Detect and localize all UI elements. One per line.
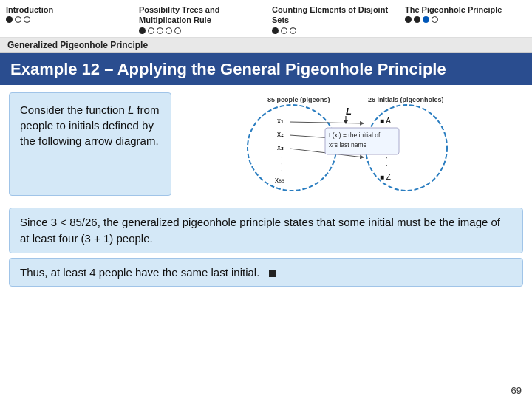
dot-3	[423, 16, 429, 23]
nav-dots-counting	[272, 27, 393, 34]
svg-text:■ Z: ■ Z	[380, 173, 391, 181]
svg-text:x₂: x₂	[277, 130, 284, 138]
svg-point-0	[248, 105, 336, 191]
nav-dots-possibility	[139, 27, 260, 34]
main-title: Example 12 – Applying the General Pigeon…	[0, 53, 532, 86]
page-number-text: 69	[511, 385, 522, 396]
dot-1	[139, 27, 146, 34]
page-number: 69	[511, 385, 522, 396]
dot-2	[148, 27, 154, 34]
arrow-diagram: 85 people (pigeons) 26 initials (pigeonh…	[236, 92, 466, 196]
main-title-text: Example 12 – Applying the General Pigeon…	[10, 60, 446, 78]
svg-text:·: ·	[386, 161, 388, 169]
svg-text:·: ·	[281, 166, 283, 174]
dot-1	[405, 16, 412, 23]
sub-header: Generalized Pigeonhole Principle	[0, 38, 532, 53]
dot-2	[281, 27, 287, 34]
svg-text:x₈₅: x₈₅	[275, 176, 284, 184]
dot-1	[272, 27, 279, 34]
svg-marker-6	[344, 120, 348, 124]
nav-title-possibility: Possibility Trees and Multiplication Rul…	[139, 4, 260, 26]
dot-3	[290, 27, 296, 34]
svg-text:x₁: x₁	[277, 117, 284, 125]
thus-box: Thus, at least 4 people have the same la…	[9, 258, 523, 287]
dot-4	[432, 16, 438, 23]
dot-1	[6, 16, 13, 23]
nav-dots-introduction	[6, 16, 127, 23]
diagram-area: 85 people (pigeons) 26 initials (pigeonh…	[179, 92, 523, 196]
svg-text:xᵢ's last name: xᵢ's last name	[329, 141, 367, 149]
nav-title-counting: Counting Elements of Disjoint Sets	[272, 4, 393, 26]
left-box-text: Consider the function L from people to i…	[20, 103, 159, 147]
nav-title-pigeonhole: The Pigeonhole Principle	[405, 4, 526, 15]
dot-5	[174, 27, 181, 34]
dot-4	[166, 27, 172, 34]
svg-text:85 people (pigeons): 85 people (pigeons)	[267, 96, 330, 103]
svg-text:L(xᵢ) = the initial of: L(xᵢ) = the initial of	[329, 132, 381, 139]
svg-text:26 initials (pigeonholes): 26 initials (pigeonholes)	[368, 96, 444, 103]
nav-section-possibility[interactable]: Possibility Trees and Multiplication Rul…	[133, 3, 266, 35]
sub-header-text: Generalized Pigeonhole Principle	[7, 40, 148, 50]
dot-2	[15, 16, 21, 23]
dot-3	[157, 27, 163, 34]
svg-line-14	[290, 122, 364, 123]
svg-text:L: L	[346, 106, 352, 117]
thus-text: Thus, at least 4 people have the same la…	[20, 266, 259, 279]
since-text: Since 3 < 85/26, the generalized pigeonh…	[20, 216, 500, 245]
nav-section-counting[interactable]: Counting Elements of Disjoint Sets	[266, 3, 399, 35]
since-box: Since 3 < 85/26, the generalized pigeonh…	[9, 208, 523, 253]
dot-3	[24, 16, 30, 23]
qed-square	[269, 270, 276, 277]
left-text-box: Consider the function L from people to i…	[9, 92, 171, 196]
nav-section-pigeonhole[interactable]: The Pigeonhole Principle	[399, 3, 532, 35]
nav-section-introduction[interactable]: Introduction	[0, 3, 133, 35]
dot-2	[414, 16, 420, 23]
nav-bar: Introduction Possibility Trees and Multi…	[0, 0, 532, 38]
svg-text:x₃: x₃	[277, 143, 284, 151]
nav-title-introduction: Introduction	[6, 4, 127, 15]
svg-text:■ A: ■ A	[380, 117, 391, 125]
content-area: Consider the function L from people to i…	[0, 85, 532, 203]
nav-dots-pigeonhole	[405, 16, 526, 23]
